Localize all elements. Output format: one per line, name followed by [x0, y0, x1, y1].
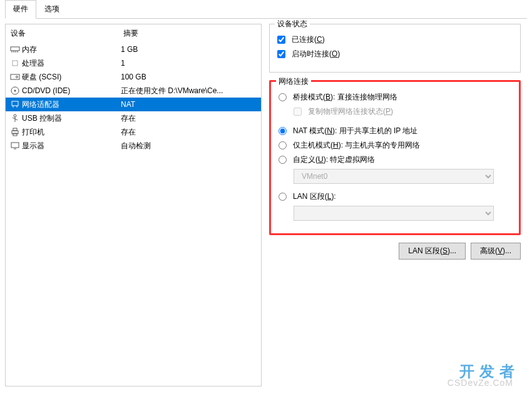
device-name: CD/DVD (IDE)	[21, 86, 121, 95]
svg-point-7	[16, 76, 18, 78]
svg-rect-18	[13, 128, 17, 131]
network-connection-group: 网络连接 桥接模式(B): 直接连接物理网络 复制物理网络连接状态(P) NAT…	[269, 80, 521, 235]
device-status-group: 设备状态 已连接(C) 启动时连接(O)	[269, 24, 521, 73]
device-summary: 自动检测	[121, 141, 257, 151]
tab-options[interactable]: 选项	[36, 0, 68, 18]
device-summary: 100 GB	[121, 73, 257, 81]
nat-label[interactable]: NAT 模式(N): 用于共享主机的 IP 地址	[293, 126, 417, 136]
device-row[interactable]: CD/DVD (IDE)正在使用文件 D:\VMware\Ce...	[6, 84, 261, 98]
advanced-button[interactable]: 高级(V)...	[471, 243, 521, 260]
custom-vmnet-select: VMnet0	[294, 169, 494, 184]
memory-icon	[9, 46, 21, 53]
svg-rect-0	[11, 47, 19, 51]
hdd-icon	[9, 73, 21, 81]
tab-bar: 硬件 选项	[5, 0, 527, 19]
custom-label[interactable]: 自定义(U): 特定虚拟网络	[293, 154, 375, 165]
device-row[interactable]: 硬盘 (SCSI)100 GB	[6, 70, 261, 84]
device-list: 设备 摘要 内存1 GB处理器1硬盘 (SCSI)100 GBCD/DVD (I…	[5, 24, 262, 386]
display-icon	[9, 141, 21, 150]
device-summary: 存在	[121, 113, 257, 124]
lanseg-select	[294, 206, 494, 221]
device-summary: 1 GB	[121, 45, 257, 54]
cpu-icon	[9, 58, 21, 68]
device-summary: 正在使用文件 D:\VMware\Ce...	[121, 86, 257, 96]
lanseg-radio[interactable]	[279, 193, 287, 201]
device-summary: 存在	[121, 127, 257, 138]
device-name: 硬盘 (SCSI)	[21, 72, 121, 83]
hostonly-radio[interactable]	[279, 141, 287, 149]
svg-rect-5	[13, 61, 18, 66]
svg-point-13	[14, 114, 16, 117]
device-status-legend: 设备状态	[275, 19, 310, 29]
svg-line-16	[15, 119, 18, 120]
replicate-label: 复制物理网络连接状态(P)	[308, 106, 393, 117]
lan-segments-button[interactable]: LAN 区段(S)...	[399, 243, 466, 260]
device-row[interactable]: 内存1 GB	[6, 43, 261, 56]
lanseg-label[interactable]: LAN 区段(L):	[293, 191, 336, 202]
device-row[interactable]: USB 控制器存在	[6, 111, 261, 125]
device-name: 网络适配器	[21, 99, 121, 110]
svg-rect-20	[11, 143, 19, 148]
custom-radio[interactable]	[279, 156, 287, 164]
net-icon	[9, 99, 21, 109]
svg-point-9	[14, 90, 16, 92]
device-row[interactable]: 打印机存在	[6, 125, 261, 139]
device-summary: NAT	[121, 100, 257, 109]
bridged-label[interactable]: 桥接模式(B): 直接连接物理网络	[293, 92, 397, 103]
device-name: USB 控制器	[21, 113, 121, 124]
connect-on-start-label[interactable]: 启动时连接(O)	[292, 49, 340, 59]
replicate-checkbox	[294, 108, 302, 116]
col-device: 设备	[11, 28, 123, 39]
connected-label[interactable]: 已连接(C)	[292, 34, 325, 45]
device-row[interactable]: 处理器1	[6, 56, 261, 70]
tab-hardware[interactable]: 硬件	[5, 0, 36, 19]
device-summary: 1	[121, 59, 257, 68]
device-row[interactable]: 网络适配器NAT	[6, 98, 261, 111]
svg-rect-10	[12, 101, 18, 106]
device-name: 打印机	[21, 127, 121, 138]
network-connection-legend: 网络连接	[276, 76, 311, 87]
connected-checkbox[interactable]	[277, 36, 285, 44]
svg-line-15	[13, 118, 15, 119]
device-name: 显示器	[21, 141, 121, 151]
device-row[interactable]: 显示器自动检测	[6, 139, 261, 153]
cd-icon	[9, 86, 21, 96]
bridged-radio[interactable]	[279, 93, 287, 101]
nat-radio[interactable]	[279, 127, 287, 135]
usb-icon	[9, 113, 21, 123]
device-name: 内存	[21, 44, 121, 55]
device-name: 处理器	[21, 58, 121, 69]
connect-on-start-checkbox[interactable]	[277, 50, 285, 58]
col-summary: 摘要	[123, 28, 256, 39]
hostonly-label[interactable]: 仅主机模式(H): 与主机共享的专用网络	[293, 140, 420, 151]
printer-icon	[9, 128, 21, 136]
